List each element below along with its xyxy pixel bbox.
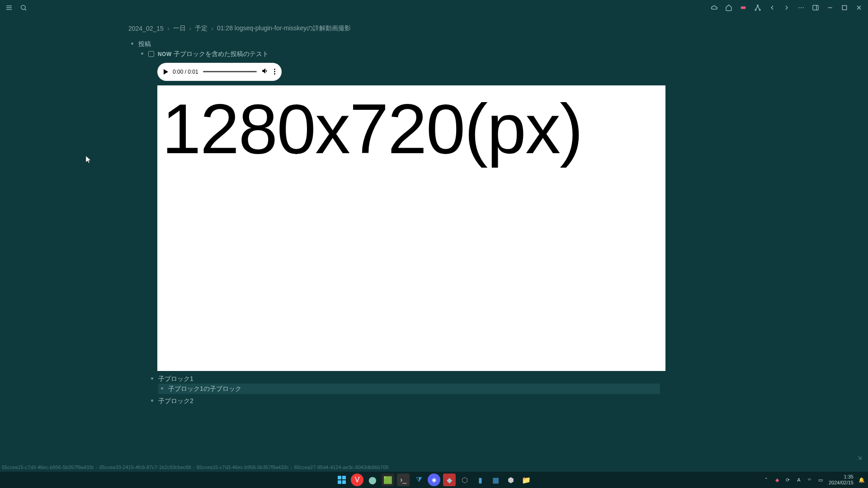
block-item[interactable]: 子ブロック2	[148, 396, 671, 406]
chevron-right-icon: ›	[211, 25, 213, 32]
bullet-icon[interactable]	[161, 387, 163, 389]
svg-rect-17	[842, 5, 846, 9]
graph-icon[interactable]	[752, 2, 763, 13]
tray-app-icon[interactable]: ◆	[774, 476, 781, 483]
tray-ime-icon[interactable]: A	[795, 476, 802, 483]
back-icon[interactable]	[767, 2, 778, 13]
task-status-now[interactable]: NOW	[158, 51, 172, 57]
svg-point-13	[803, 7, 804, 8]
chevron-right-icon: ›	[96, 465, 98, 470]
svg-point-6	[757, 5, 759, 6]
chevron-right-icon: ›	[193, 465, 195, 470]
taskbar-tray: ˄ ◆ ⟳ A ⌔ ▭ 1:35 2024/02/15 🔔	[763, 474, 865, 486]
svg-point-11	[798, 7, 799, 8]
play-icon[interactable]	[164, 69, 168, 75]
svg-rect-22	[338, 480, 341, 484]
top-toolbar	[0, 0, 868, 15]
taskbar-app-ide[interactable]: 🟩	[382, 474, 394, 486]
windows-taskbar: V ⬤ 🟩 ›_ ⧩ ◉ ◆ ⬡ ▮ ▦ ⬢ 📁 ˄ ◆ ⟳ A ⌔ ▭ 1:3…	[0, 472, 868, 488]
breadcrumb-item[interactable]: 01:28 logseq-plugin-for-misskeyの詳解動画撮影	[217, 24, 351, 33]
menu-icon[interactable]	[4, 2, 14, 13]
task-label: 子ブロックを含めた投稿のテスト	[174, 50, 269, 57]
block-item[interactable]: 投稿 NOW 子ブロックを含めた投稿のテスト 0:00 / 0:01	[128, 39, 671, 406]
taskbar-app-generic[interactable]: ◆	[443, 474, 456, 486]
taskbar-app-generic[interactable]: ⬢	[505, 474, 517, 486]
windows-start-icon[interactable]	[335, 474, 348, 486]
taskbar-app-explorer[interactable]: 📁	[520, 474, 533, 486]
breadcrumb-item[interactable]: 2024_02_15	[128, 25, 164, 32]
window-maximize-icon[interactable]	[839, 2, 850, 13]
bullet-icon[interactable]	[141, 52, 143, 55]
taskbar-app-generic[interactable]: ▮	[474, 474, 486, 486]
bullet-icon[interactable]	[151, 377, 153, 380]
svg-rect-5	[741, 6, 746, 9]
svg-line-4	[25, 9, 26, 10]
more-icon[interactable]	[796, 2, 807, 13]
tray-battery-icon[interactable]: ▭	[817, 476, 824, 483]
audio-seek-track[interactable]	[203, 71, 257, 72]
taskbar-app-vivaldi[interactable]: V	[351, 474, 363, 486]
breadcrumb-item[interactable]: 予定	[195, 24, 208, 33]
home-icon[interactable]	[723, 2, 734, 13]
bullet-icon[interactable]	[151, 399, 153, 402]
clock-date: 2024/02/15	[829, 480, 854, 486]
task-checkbox[interactable]	[148, 51, 154, 57]
block-text[interactable]: 子ブロック2	[158, 396, 671, 406]
audio-player[interactable]: 0:00 / 0:01	[157, 63, 282, 81]
tray-wifi-icon[interactable]: ⌔	[806, 476, 813, 483]
breadcrumb: 2024_02_15 › 一日 › 予定 › 01:28 logseq-plug…	[128, 24, 671, 33]
tray-chevron-icon[interactable]: ˄	[763, 476, 770, 483]
svg-point-12	[801, 7, 802, 8]
status-path-item[interactable]: 65ccea33-2415-4fc6-87c7-1b2c93cbec68	[99, 465, 191, 470]
status-bar: 65ccea15-c7d3-46ec-b956-5b357f9a433c › 6…	[0, 463, 868, 472]
svg-rect-14	[813, 5, 818, 10]
tray-sync-icon[interactable]: ⟳	[784, 476, 792, 483]
status-path-item[interactable]: 65ccea15-c7d3-46ec-b956-5b357f9a433c	[2, 465, 94, 470]
taskbar-apps: V ⬤ 🟩 ›_ ⧩ ◉ ◆ ⬡ ▮ ▦ ⬢ 📁	[335, 474, 533, 486]
svg-line-10	[758, 6, 760, 9]
cloud-sync-icon[interactable]	[709, 2, 720, 13]
window-minimize-icon[interactable]	[825, 2, 835, 13]
block-item[interactable]: NOW 子ブロックを含めた投稿のテスト 0:00 / 0:01	[138, 49, 671, 406]
svg-line-9	[756, 6, 758, 9]
taskbar-app-terminal[interactable]: ›_	[397, 474, 410, 486]
forward-icon[interactable]	[781, 2, 792, 13]
svg-rect-20	[338, 476, 341, 479]
audio-time: 0:00 / 0:01	[173, 69, 198, 75]
taskbar-clock[interactable]: 1:35 2024/02/15	[829, 474, 854, 486]
svg-rect-21	[342, 476, 346, 479]
toolbar-left	[4, 2, 29, 13]
taskbar-app-generic[interactable]: ▦	[489, 474, 502, 486]
notifications-icon[interactable]: 🔔	[858, 476, 865, 483]
svg-point-3	[21, 5, 25, 9]
window-close-icon[interactable]	[854, 2, 864, 13]
block-text[interactable]: 子ブロック1の子ブロック	[168, 384, 660, 394]
volume-icon[interactable]	[261, 67, 269, 76]
chevron-right-icon: ›	[291, 465, 292, 470]
status-path-item[interactable]: 65ccea27-85d4-4124-ae3c-6043db66b709	[294, 465, 389, 470]
clock-time: 1:35	[829, 474, 854, 480]
taskbar-app-vscode[interactable]: ⧩	[412, 474, 425, 486]
block-text[interactable]: NOW 子ブロックを含めた投稿のテスト	[148, 49, 671, 59]
taskbar-app-logseq[interactable]: ⬤	[366, 474, 379, 486]
embedded-image[interactable]: 1280x720(px)	[157, 85, 665, 371]
bullet-icon[interactable]	[131, 42, 133, 45]
audio-more-icon[interactable]	[274, 69, 275, 75]
plugin-icon[interactable]	[738, 2, 749, 13]
taskbar-app-discord[interactable]: ◉	[428, 474, 440, 486]
main-content: 2024_02_15 › 一日 › 予定 › 01:28 logseq-plug…	[0, 15, 868, 462]
search-icon[interactable]	[18, 2, 29, 13]
chevron-right-icon: ›	[189, 25, 192, 32]
svg-point-7	[755, 9, 756, 10]
image-placeholder-text: 1280x720(px)	[162, 94, 661, 164]
breadcrumb-item[interactable]: 一日	[173, 24, 186, 33]
right-sidebar-icon[interactable]	[810, 2, 821, 13]
block-text[interactable]: 子ブロック1	[158, 374, 671, 384]
toolbar-right	[709, 2, 864, 13]
block-text[interactable]: 投稿	[138, 39, 671, 49]
svg-rect-23	[342, 480, 346, 484]
block-item-selected[interactable]: 子ブロック1の子ブロック	[158, 384, 660, 394]
block-item[interactable]: 子ブロック1 子ブロック1の子ブロック	[148, 374, 671, 394]
status-path-item[interactable]: 65ccea15-c7d3-46ec-b956-5b357f9a433c	[197, 465, 289, 470]
taskbar-app-generic[interactable]: ⬡	[458, 474, 471, 486]
